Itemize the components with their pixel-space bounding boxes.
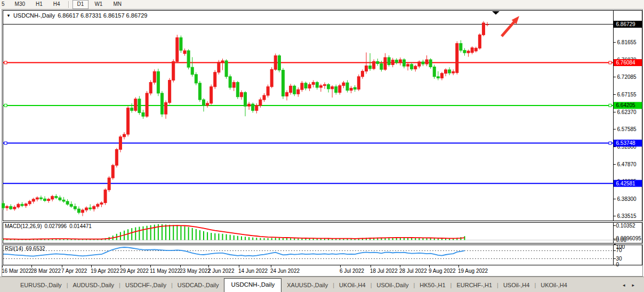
- svg-text:2 Jun 2022: 2 Jun 2022: [208, 268, 235, 274]
- symbol-tab-bar: EURUSD-,Daily|AUDUSD-,Daily|USDCHF-,Dail…: [0, 277, 644, 292]
- svg-text:24 Jun 2022: 24 Jun 2022: [270, 268, 300, 274]
- toolbar-separator: [68, 1, 69, 8]
- svg-text:6.33515: 6.33515: [617, 213, 637, 219]
- svg-text:6.62370: 6.62370: [617, 109, 637, 115]
- svg-text:28 Mar 2022: 28 Mar 2022: [31, 268, 61, 274]
- svg-text:30: 30: [616, 256, 623, 262]
- timeframe-button-w1[interactable]: W1: [90, 0, 107, 9]
- svg-text:11 May 2022: 11 May 2022: [150, 268, 181, 274]
- timeframe-button-h1[interactable]: H1: [31, 0, 47, 9]
- chart-tab-ukoil-h4[interactable]: UKOil-,H4: [536, 281, 571, 289]
- timeframe-button-d1[interactable]: D1: [73, 0, 89, 9]
- timeframe-button-5[interactable]: 5: [1, 0, 9, 9]
- timeframe-button-m30[interactable]: M30: [10, 0, 30, 9]
- chart-tab-usdcnh-daily[interactable]: USDCNH-,Daily: [224, 278, 281, 292]
- svg-text:19 Apr 2022: 19 Apr 2022: [91, 268, 119, 274]
- svg-text:7 Apr 2022: 7 Apr 2022: [61, 268, 87, 274]
- svg-text:6.42581: 6.42581: [616, 181, 636, 186]
- chart-tab-usdchf-daily[interactable]: USDCHF-,Daily: [121, 281, 171, 289]
- chart-tab-eurusd-daily[interactable]: EURUSD-,Daily: [16, 281, 66, 289]
- chart-tab-usoil-h4[interactable]: USOil-,H4: [499, 281, 534, 289]
- chart-tab-audusd-daily[interactable]: AUDUSD-,Daily: [68, 281, 118, 289]
- chart-tab-eurchf-h1[interactable]: EURCHF-,H1: [452, 281, 496, 289]
- svg-text:14 Jun 2022: 14 Jun 2022: [238, 268, 268, 274]
- svg-text:6 Jul 2022: 6 Jul 2022: [340, 268, 365, 274]
- chart-tab-usdcad-daily[interactable]: USDCAD-,Daily: [173, 281, 223, 289]
- svg-text:6.57585: 6.57585: [617, 126, 637, 132]
- svg-text:28 Jul 2022: 28 Jul 2022: [399, 268, 427, 274]
- chart-canvas[interactable]: 6.816556.768706.720856.671556.623706.575…: [0, 0, 644, 292]
- timeframe-button-h4[interactable]: H4: [49, 0, 65, 9]
- svg-text:29 Apr 2022: 29 Apr 2022: [120, 268, 149, 274]
- svg-text:6.81655: 6.81655: [617, 39, 637, 45]
- chart-tab-hk50-h1[interactable]: HK50-,H1: [415, 281, 449, 289]
- svg-text:6.38300: 6.38300: [617, 196, 637, 202]
- svg-text:6.86729: 6.86729: [616, 21, 636, 27]
- svg-text:18 Jul 2022: 18 Jul 2022: [370, 268, 398, 274]
- svg-text:6.64205: 6.64205: [616, 102, 636, 108]
- chart-tab-xauusd-daily[interactable]: XAUUSD-,Daily: [283, 281, 332, 289]
- timeframe-toolbar: 5M30H1H4D1W1MN: [0, 0, 644, 9]
- svg-text:6.47870: 6.47870: [617, 161, 637, 167]
- svg-text:23 May 2022: 23 May 2022: [180, 268, 211, 274]
- svg-text:0.10352: 0.10352: [616, 223, 636, 229]
- svg-text:16 Mar 2022: 16 Mar 2022: [2, 268, 32, 274]
- svg-text:9 Aug 2022: 9 Aug 2022: [429, 268, 456, 274]
- tab-scroll-left-icon[interactable]: ◂: [622, 282, 626, 288]
- svg-text:6.72085: 6.72085: [617, 74, 637, 80]
- svg-text:6.76084: 6.76084: [616, 60, 636, 66]
- chart-tab-usoil-daily[interactable]: USOil-,Daily: [372, 281, 413, 289]
- svg-text:70: 70: [616, 247, 623, 253]
- tab-scroll-right-icon[interactable]: ▸: [631, 282, 635, 288]
- svg-text:19 Aug 2022: 19 Aug 2022: [458, 268, 488, 274]
- time-axis: 16 Mar 202228 Mar 20227 Apr 202219 Apr 2…: [2, 265, 488, 274]
- svg-text:6.53748: 6.53748: [616, 140, 636, 146]
- svg-text:0: 0: [616, 262, 619, 267]
- svg-text:0.00: 0.00: [616, 237, 627, 243]
- svg-text:6.67155: 6.67155: [617, 92, 637, 98]
- chart-tab-ukoil-h4[interactable]: UKOil-,H4: [335, 281, 370, 289]
- timeframe-button-mn[interactable]: MN: [108, 0, 126, 9]
